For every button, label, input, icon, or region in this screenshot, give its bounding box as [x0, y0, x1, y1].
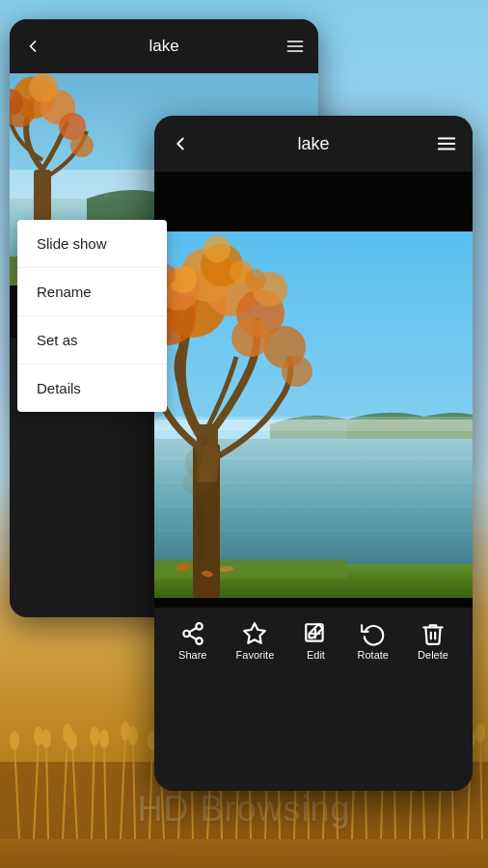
svg-point-36: [41, 729, 51, 748]
front-edit-label: Edit: [307, 649, 325, 661]
menu-icon-back[interactable]: [285, 37, 305, 56]
svg-point-40: [99, 729, 109, 748]
svg-point-38: [68, 731, 77, 750]
svg-line-129: [189, 635, 196, 638]
menu-item-details[interactable]: Details: [17, 365, 167, 412]
phone-front: lake: [154, 116, 473, 791]
phone-front-black-bottom: [154, 598, 473, 608]
svg-point-66: [475, 723, 485, 743]
svg-point-81: [70, 134, 94, 157]
front-favorite-button[interactable]: Favorite: [236, 621, 275, 661]
phone-front-title: lake: [297, 134, 329, 154]
menu-item-slideshow[interactable]: Slide show: [17, 220, 167, 268]
phone-back-header: lake: [10, 19, 318, 73]
phone-front-image: [154, 231, 473, 598]
phone-front-black-top: [154, 172, 473, 231]
svg-line-130: [189, 628, 196, 632]
svg-point-39: [90, 726, 99, 746]
svg-point-79: [29, 73, 58, 102]
front-rotate-button[interactable]: Rotate: [358, 621, 389, 661]
menu-icon-front[interactable]: [436, 133, 457, 154]
front-rotate-label: Rotate: [358, 649, 389, 661]
svg-point-110: [231, 318, 270, 357]
front-delete-button[interactable]: Delete: [418, 621, 448, 661]
svg-marker-131: [245, 623, 266, 643]
front-edit-button[interactable]: Edit: [303, 621, 328, 661]
svg-point-125: [183, 468, 212, 497]
svg-point-115: [282, 356, 312, 387]
svg-point-42: [128, 726, 138, 746]
front-favorite-label: Favorite: [236, 649, 275, 661]
menu-item-rename[interactable]: Rename: [17, 268, 167, 316]
context-menu: Slide show Rename Set as Details: [17, 220, 167, 412]
svg-point-34: [10, 731, 19, 750]
svg-point-120: [245, 269, 266, 290]
front-share-label: Share: [178, 649, 206, 661]
menu-item-set-as[interactable]: Set as: [17, 316, 167, 365]
phone-front-header: lake: [154, 116, 473, 172]
svg-point-119: [203, 235, 230, 262]
back-arrow-icon[interactable]: [23, 37, 42, 56]
phone-back-title: lake: [149, 37, 178, 56]
lake-scene-svg: [154, 231, 473, 598]
front-back-arrow-icon[interactable]: [170, 133, 191, 154]
front-delete-label: Delete: [418, 649, 448, 661]
front-share-button[interactable]: Share: [178, 621, 206, 661]
phone-front-toolbar: Share Favorite Edit Rotate: [154, 608, 473, 673]
